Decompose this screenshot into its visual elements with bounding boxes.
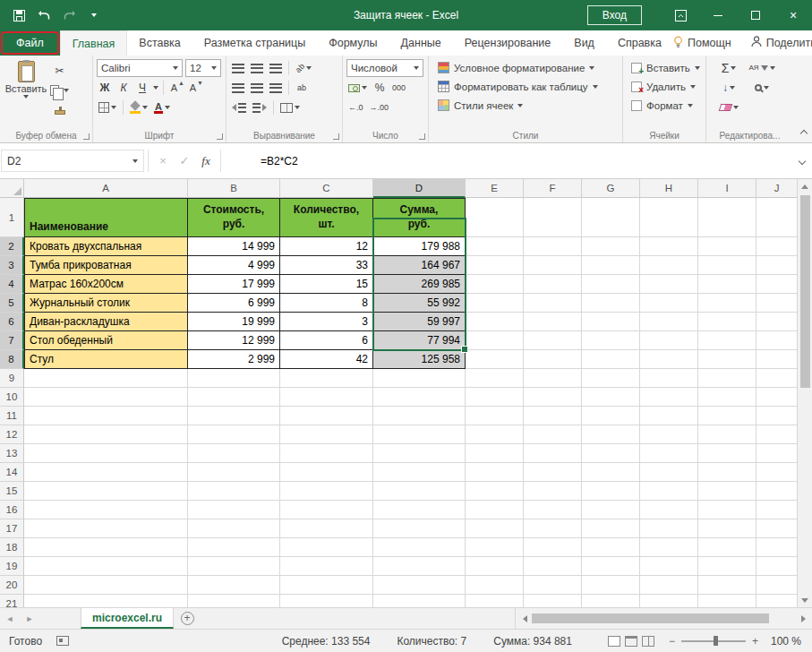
cell-F21[interactable] bbox=[524, 595, 582, 607]
cell-C17[interactable] bbox=[280, 519, 373, 538]
cell-J21[interactable] bbox=[756, 595, 797, 607]
cell-G18[interactable] bbox=[582, 538, 640, 557]
row-header-18[interactable]: 18 bbox=[0, 538, 24, 557]
cell-H7[interactable] bbox=[640, 331, 698, 350]
cell-D16[interactable] bbox=[373, 501, 466, 519]
cell-A8[interactable]: Стул bbox=[24, 350, 188, 369]
format-painter-button[interactable] bbox=[48, 101, 71, 119]
cell-I19[interactable] bbox=[698, 557, 756, 576]
cell-C18[interactable] bbox=[280, 538, 373, 557]
collapse-ribbon-button[interactable] bbox=[801, 127, 807, 138]
formula-input[interactable]: =B2*C2 bbox=[225, 155, 792, 167]
align-left-button[interactable] bbox=[230, 79, 246, 97]
normal-view-icon[interactable] bbox=[608, 636, 620, 647]
shrink-font-button[interactable]: A▼ bbox=[187, 79, 203, 97]
accounting-format-button[interactable] bbox=[346, 79, 369, 97]
cell-F9[interactable] bbox=[524, 369, 582, 388]
cell-A4[interactable]: Матрас 160х200см bbox=[24, 275, 188, 294]
cell-C14[interactable] bbox=[280, 463, 373, 482]
cell-E14[interactable] bbox=[466, 463, 524, 482]
cell-G21[interactable] bbox=[582, 595, 640, 607]
cell-E15[interactable] bbox=[466, 482, 524, 501]
cell-G16[interactable] bbox=[582, 501, 640, 519]
row-header-8[interactable]: 8 bbox=[0, 350, 24, 369]
cell-D18[interactable] bbox=[373, 538, 466, 557]
cell-E5[interactable] bbox=[466, 294, 524, 313]
cell-I21[interactable] bbox=[698, 595, 756, 607]
cell-I20[interactable] bbox=[698, 576, 756, 595]
cell-J3[interactable] bbox=[756, 256, 797, 275]
row-header-4[interactable]: 4 bbox=[0, 275, 24, 294]
cell-F7[interactable] bbox=[524, 331, 582, 350]
cell-H20[interactable] bbox=[640, 576, 698, 595]
scroll-right-icon[interactable] bbox=[796, 615, 810, 622]
cell-A1[interactable]: Наименование bbox=[24, 198, 188, 237]
cell-C21[interactable] bbox=[280, 595, 373, 607]
align-center-button[interactable] bbox=[249, 79, 265, 97]
cell-H16[interactable] bbox=[640, 501, 698, 519]
number-format-select[interactable]: Числовой bbox=[346, 59, 423, 77]
comma-style-button[interactable]: 000 bbox=[390, 79, 407, 97]
font-color-button[interactable]: А bbox=[152, 99, 172, 116]
align-top-button[interactable] bbox=[230, 59, 246, 77]
cell-I8[interactable] bbox=[698, 350, 756, 369]
cell-G1[interactable] bbox=[582, 198, 640, 237]
cell-B20[interactable] bbox=[188, 576, 280, 595]
cell-I5[interactable] bbox=[698, 294, 756, 313]
cell-G6[interactable] bbox=[582, 313, 640, 331]
wrap-text-button[interactable]: ab bbox=[294, 79, 310, 97]
grow-font-button[interactable]: A▲ bbox=[168, 79, 184, 97]
cell-C15[interactable] bbox=[280, 482, 373, 501]
cell-D2[interactable]: 179 988 bbox=[373, 237, 466, 256]
zoom-slider[interactable] bbox=[681, 640, 746, 642]
cell-J20[interactable] bbox=[756, 576, 797, 595]
cell-I14[interactable] bbox=[698, 463, 756, 482]
fill-color-button[interactable] bbox=[128, 99, 150, 116]
cell-C9[interactable] bbox=[280, 369, 373, 388]
cell-J6[interactable] bbox=[756, 313, 797, 331]
row-header-12[interactable]: 12 bbox=[0, 425, 24, 444]
cell-G7[interactable] bbox=[582, 331, 640, 350]
cell-I12[interactable] bbox=[698, 425, 756, 444]
enter-entry-icon[interactable]: ✓ bbox=[174, 154, 195, 167]
cell-D6[interactable]: 59 997 bbox=[373, 313, 466, 331]
cell-I15[interactable] bbox=[698, 482, 756, 501]
row-header-11[interactable]: 11 bbox=[0, 407, 24, 425]
scroll-up-icon[interactable] bbox=[801, 179, 808, 193]
alignment-dialog-launcher-icon[interactable] bbox=[333, 133, 339, 140]
column-header-G[interactable]: G bbox=[582, 179, 640, 198]
cell-E20[interactable] bbox=[466, 576, 524, 595]
row-header-21[interactable]: 21 bbox=[0, 595, 24, 607]
row-header-19[interactable]: 19 bbox=[0, 557, 24, 576]
cell-I4[interactable] bbox=[698, 275, 756, 294]
cell-J1[interactable] bbox=[756, 198, 797, 237]
row-header-6[interactable]: 6 bbox=[0, 313, 24, 331]
cell-I10[interactable] bbox=[698, 388, 756, 407]
cell-D12[interactable] bbox=[373, 425, 466, 444]
conditional-formatting-button[interactable]: Условное форматирование bbox=[436, 58, 619, 77]
clipboard-dialog-launcher-icon[interactable] bbox=[83, 133, 90, 140]
tab-home[interactable]: Главная bbox=[60, 30, 128, 56]
page-break-view-icon[interactable] bbox=[642, 636, 654, 647]
cell-E12[interactable] bbox=[466, 425, 524, 444]
tab-help[interactable]: Справка bbox=[606, 30, 673, 56]
cell-I16[interactable] bbox=[698, 501, 756, 519]
row-header-3[interactable]: 3 bbox=[0, 256, 24, 275]
cell-A11[interactable] bbox=[24, 407, 188, 425]
ribbon-display-options-icon[interactable] bbox=[662, 0, 699, 30]
number-dialog-launcher-icon[interactable] bbox=[419, 133, 425, 140]
cell-G11[interactable] bbox=[582, 407, 640, 425]
cell-B4[interactable]: 17 999 bbox=[188, 275, 280, 294]
cell-H19[interactable] bbox=[640, 557, 698, 576]
cell-C3[interactable]: 33 bbox=[280, 256, 373, 275]
cell-F17[interactable] bbox=[524, 519, 582, 538]
cell-H1[interactable] bbox=[640, 198, 698, 237]
underline-button[interactable]: Ч bbox=[134, 79, 150, 97]
cell-B2[interactable]: 14 999 bbox=[188, 237, 280, 256]
increase-indent-button[interactable] bbox=[251, 99, 269, 116]
orientation-button[interactable]: ab bbox=[294, 59, 313, 77]
cell-H3[interactable] bbox=[640, 256, 698, 275]
cell-I3[interactable] bbox=[698, 256, 756, 275]
cell-G19[interactable] bbox=[582, 557, 640, 576]
cell-A3[interactable]: Тумба прикроватная bbox=[24, 256, 188, 275]
